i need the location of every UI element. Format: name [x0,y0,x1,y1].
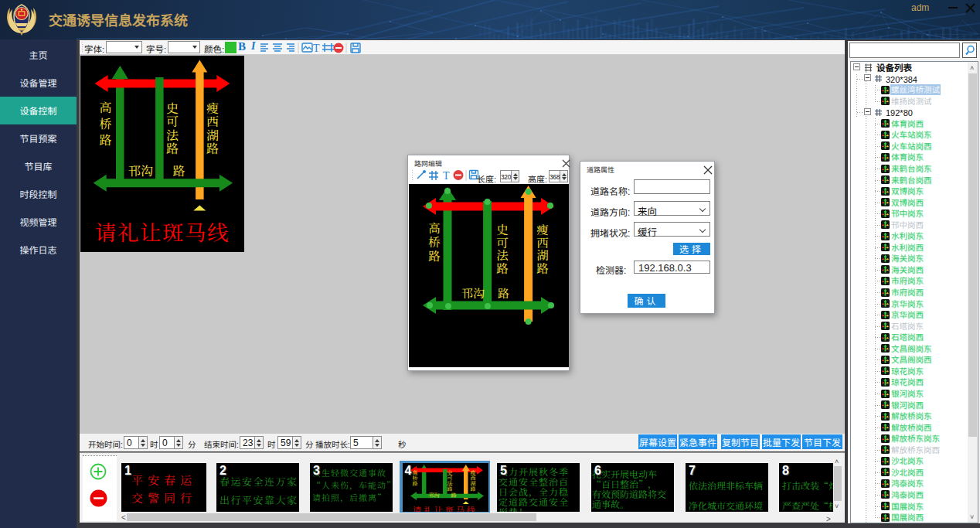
svg-text:T: T [313,43,320,53]
svg-text:T: T [443,170,450,182]
